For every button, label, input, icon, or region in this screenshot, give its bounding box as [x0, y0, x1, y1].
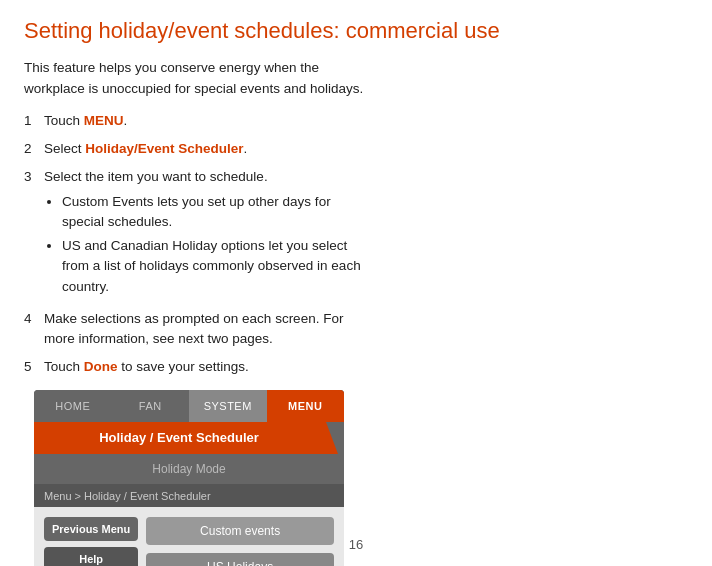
- left-column: This feature helps you conserve energy w…: [24, 58, 364, 385]
- holiday-mode-row[interactable]: Holiday Mode: [34, 454, 344, 485]
- step-1-num: 1: [24, 111, 38, 131]
- steps-list: 1 Touch MENU. 2 Select Holiday/Event Sch…: [24, 111, 364, 378]
- down-arrow-icon: [326, 422, 344, 470]
- bullet-holidays: US and Canadian Holiday options let you …: [62, 236, 364, 297]
- submenu-side-buttons: Previous Menu Help: [44, 517, 138, 566]
- help-button[interactable]: Help: [44, 547, 138, 566]
- nav-menu-label: MENU: [288, 400, 322, 412]
- nav-home[interactable]: HOME: [34, 390, 112, 422]
- submenu-body: Previous Menu Help Custom events US: [34, 507, 344, 566]
- scheduler-row[interactable]: Holiday / Event Scheduler: [34, 422, 344, 454]
- nav-home-label: HOME: [55, 400, 90, 412]
- step-5-num: 5: [24, 357, 38, 377]
- step-4-content: Make selections as prompted on each scre…: [44, 309, 364, 350]
- previous-menu-button[interactable]: Previous Menu: [44, 517, 138, 541]
- option-us-holidays-label: US Holidays: [207, 560, 273, 566]
- thermostat-panel: HOME FAN SYSTEM MENU Holiday / Event Sch…: [34, 390, 344, 566]
- step-5-content: Touch Done to save your settings.: [44, 357, 364, 377]
- scheduler-highlight: Holiday/Event Scheduler: [85, 141, 243, 156]
- page-number: 16: [349, 537, 363, 552]
- step-1: 1 Touch MENU.: [24, 111, 364, 131]
- done-highlight: Done: [84, 359, 118, 374]
- step-2-num: 2: [24, 139, 38, 159]
- page-title: Setting holiday/event schedules: commerc…: [24, 18, 688, 44]
- intro-text: This feature helps you conserve energy w…: [24, 58, 364, 99]
- nav-bar: HOME FAN SYSTEM MENU: [34, 390, 344, 422]
- previous-menu-label: Previous Menu: [52, 523, 130, 535]
- holiday-mode-label: Holiday Mode: [152, 462, 225, 476]
- thermostat-ui: HOME FAN SYSTEM MENU Holiday / Event Sch…: [34, 386, 374, 566]
- submenu-panel: Menu > Holiday / Event Scheduler Previou…: [34, 485, 344, 566]
- nav-system-label: SYSTEM: [204, 400, 252, 412]
- step-3: 3 Select the item you want to schedule. …: [24, 167, 364, 301]
- nav-menu[interactable]: MENU: [267, 390, 345, 422]
- scheduler-label: Holiday / Event Scheduler: [44, 430, 314, 445]
- step-3-num: 3: [24, 167, 38, 301]
- step-4: 4 Make selections as prompted on each sc…: [24, 309, 364, 350]
- option-custom-events[interactable]: Custom events: [146, 517, 334, 545]
- nav-system[interactable]: SYSTEM: [189, 390, 267, 422]
- step-1-content: Touch MENU.: [44, 111, 364, 131]
- option-custom-events-label: Custom events: [200, 524, 280, 538]
- option-us-holidays[interactable]: US Holidays: [146, 553, 334, 566]
- submenu-header: Menu > Holiday / Event Scheduler: [34, 485, 344, 507]
- submenu-options: Custom events US Holidays Canadian Holid…: [146, 517, 334, 566]
- nav-fan-label: FAN: [139, 400, 162, 412]
- help-label: Help: [79, 553, 103, 565]
- step-4-num: 4: [24, 309, 38, 350]
- nav-fan[interactable]: FAN: [112, 390, 190, 422]
- step-3-content: Select the item you want to schedule. Cu…: [44, 167, 364, 301]
- step-2-content: Select Holiday/Event Scheduler.: [44, 139, 364, 159]
- bullet-custom-events: Custom Events lets you set up other days…: [62, 192, 364, 233]
- menu-highlight: MENU: [84, 113, 124, 128]
- step-5: 5 Touch Done to save your settings.: [24, 357, 364, 377]
- step-2: 2 Select Holiday/Event Scheduler.: [24, 139, 364, 159]
- step-3-bullets: Custom Events lets you set up other days…: [44, 192, 364, 297]
